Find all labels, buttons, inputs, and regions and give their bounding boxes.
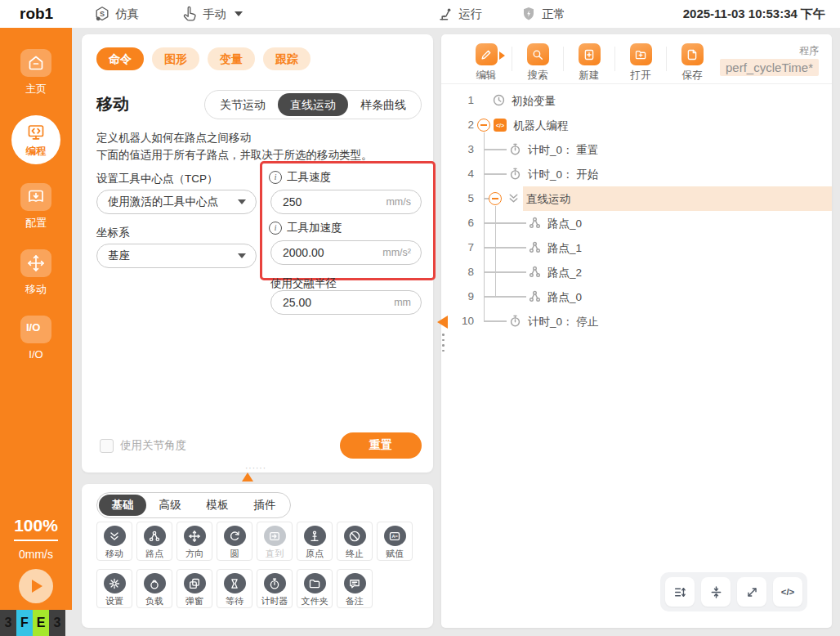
palette-item-label: 负载 bbox=[145, 595, 163, 607]
collapse-button[interactable] bbox=[701, 577, 731, 607]
tree-connector bbox=[484, 296, 526, 297]
info-icon[interactable]: i bbox=[269, 171, 282, 184]
open-icon bbox=[630, 43, 652, 65]
toolbar-more-arrow-icon[interactable] bbox=[499, 52, 505, 60]
tab-graphics[interactable]: 图形 bbox=[152, 47, 199, 70]
svg-text:A=: A= bbox=[391, 534, 398, 539]
tree-row-1[interactable]: 1初始变量 bbox=[441, 88, 832, 113]
palette-item-assign[interactable]: A=赋值 bbox=[377, 522, 413, 561]
speed-percent[interactable]: 100% bbox=[0, 516, 72, 535]
chevron-down-icon bbox=[238, 253, 246, 258]
palette-item-circle-arrow[interactable]: 圆 bbox=[217, 522, 252, 561]
segment-spline[interactable]: 样条曲线 bbox=[348, 93, 418, 116]
segment-joint-move[interactable]: 关节运动 bbox=[208, 93, 278, 116]
tab-template[interactable]: 模板 bbox=[194, 495, 241, 516]
panel-expand-arrow-icon[interactable] bbox=[242, 473, 253, 481]
palette-item-folder[interactable]: 文件夹 bbox=[297, 569, 333, 608]
toolbar-new-button[interactable]: 新建 bbox=[567, 43, 611, 83]
palette-item-payload[interactable]: 负载 bbox=[136, 569, 172, 608]
program-label: 程序 bbox=[799, 44, 819, 58]
robot-program-icon: </> bbox=[494, 119, 507, 132]
safety-status[interactable]: 正常 bbox=[521, 0, 565, 28]
joint-angle-checkbox[interactable] bbox=[100, 439, 114, 453]
tab-plugin[interactable]: 插件 bbox=[241, 495, 288, 516]
line-number: 7 bbox=[448, 241, 474, 253]
tab-variables[interactable]: 变量 bbox=[208, 47, 255, 70]
tree-row-label: 直线运动 bbox=[526, 192, 570, 207]
line-number: 3 bbox=[448, 143, 474, 155]
splitter-dots[interactable] bbox=[442, 334, 445, 352]
collapse-toggle-icon[interactable] bbox=[477, 119, 490, 132]
waypoint-icon bbox=[528, 240, 542, 254]
palette-item-direction[interactable]: 方向 bbox=[176, 522, 212, 561]
code-view-button[interactable]: </> bbox=[773, 577, 802, 607]
play-button[interactable] bbox=[19, 569, 53, 603]
sidebar-nav: 主页编程配置移动I/OI/O bbox=[0, 49, 72, 361]
tree-row-4[interactable]: 4计时_0： 开始 bbox=[441, 162, 832, 186]
tree-row-7[interactable]: 7路点_1 bbox=[441, 235, 832, 260]
tree-row-5[interactable]: 5直线运动 bbox=[441, 186, 832, 211]
sidebar-item-home[interactable]: 主页 bbox=[20, 49, 51, 96]
tree-row-8[interactable]: 8路点_2 bbox=[441, 260, 832, 284]
palette-item-popup[interactable]: 弹窗 bbox=[176, 569, 212, 608]
blend-radius-input[interactable]: 25.00 mm bbox=[270, 290, 422, 315]
toolbar-open-button[interactable]: 打开 bbox=[619, 43, 663, 83]
tool-speed-input[interactable]: 250 mm/s bbox=[270, 190, 422, 214]
halt-icon bbox=[344, 526, 366, 546]
toolbar-separator bbox=[563, 47, 564, 71]
palette-item-note[interactable]: 备注 bbox=[337, 569, 373, 608]
palette-item-halt[interactable]: 终止 bbox=[337, 522, 373, 561]
toolbar-separator bbox=[614, 47, 615, 71]
reset-button[interactable]: 重置 bbox=[340, 432, 422, 459]
toolbar-separator bbox=[666, 47, 667, 71]
sidebar-item-move-cross[interactable]: 移动 bbox=[20, 249, 51, 297]
tool-accel-input[interactable]: 2000.00 mm/s² bbox=[270, 240, 422, 265]
toolbar-save-button[interactable]: 保存 bbox=[670, 43, 714, 83]
mode-selector[interactable]: 手动 bbox=[181, 0, 243, 28]
speed-divider bbox=[14, 540, 58, 541]
toolbar-edit-button[interactable]: 编辑 bbox=[464, 43, 508, 83]
reorder-button[interactable] bbox=[665, 577, 695, 607]
segment-linear-move[interactable]: 直线运动 bbox=[278, 93, 348, 116]
program-name[interactable]: perf_cycleTime* bbox=[720, 59, 819, 76]
tab-command[interactable]: 命令 bbox=[96, 47, 144, 70]
frame-select[interactable]: 基座 bbox=[96, 244, 257, 268]
popup-icon bbox=[184, 573, 206, 593]
tab-basic[interactable]: 基础 bbox=[99, 495, 146, 516]
palette-item-waypoint[interactable]: 路点 bbox=[136, 522, 172, 561]
sidebar: 主页编程配置移动I/OI/O 100% 0mm/s bbox=[0, 28, 72, 610]
tree-connector bbox=[484, 149, 507, 150]
palette-item-timer[interactable]: 计时器 bbox=[257, 569, 293, 608]
tcp-select[interactable]: 使用激活的工具中心点 bbox=[96, 190, 257, 214]
top-bar: rob1 S 仿真 手动 运行 正常 2025-11-03 10:53:34 下… bbox=[0, 0, 840, 28]
palette-item-wait[interactable]: 等待 bbox=[217, 569, 252, 608]
palette-item-move-chevrons[interactable]: 移动 bbox=[96, 522, 132, 561]
tab-advanced[interactable]: 高级 bbox=[146, 495, 194, 516]
save-icon bbox=[681, 43, 704, 65]
run-status[interactable]: 运行 bbox=[437, 0, 482, 28]
tree-toolbar: </> bbox=[660, 572, 807, 611]
sidebar-item-label: 主页 bbox=[25, 82, 47, 96]
sidebar-item-io[interactable]: I/OI/O bbox=[20, 316, 51, 361]
collapse-toggle-icon[interactable] bbox=[489, 192, 502, 205]
palette-item-label: 移动 bbox=[105, 548, 123, 560]
sidebar-item-config[interactable]: 配置 bbox=[20, 183, 51, 231]
tree-row-3[interactable]: 3计时_0： 重置 bbox=[441, 137, 832, 162]
splitter-arrow-icon[interactable] bbox=[437, 316, 448, 329]
info-icon[interactable]: i bbox=[269, 222, 282, 235]
palette-item-settings[interactable]: 设置 bbox=[96, 569, 132, 608]
toolbar-search-button[interactable]: 搜索 bbox=[516, 43, 560, 83]
palette-item-origin[interactable]: 原点 bbox=[297, 522, 333, 561]
toolbar-item-label: 打开 bbox=[631, 69, 651, 83]
tree-row-6[interactable]: 6路点_0 bbox=[441, 211, 832, 235]
tree-row-9[interactable]: 9路点_0 bbox=[441, 284, 832, 309]
chevron-down-icon bbox=[235, 11, 243, 16]
sidebar-item-code-monitor[interactable]: 编程 bbox=[11, 115, 60, 164]
svg-text:S: S bbox=[100, 10, 105, 18]
program-tree: 1初始变量2</>机器人编程3计时_0： 重置4计时_0： 开始5直线运动6路点… bbox=[441, 88, 832, 334]
tab-track[interactable]: 跟踪 bbox=[263, 47, 311, 70]
tree-row-2[interactable]: 2</>机器人编程 bbox=[441, 113, 832, 137]
tree-row-10[interactable]: 10计时_0： 停止 bbox=[441, 309, 832, 334]
simulation-indicator[interactable]: S 仿真 bbox=[94, 0, 139, 28]
expand-button[interactable] bbox=[737, 577, 766, 607]
